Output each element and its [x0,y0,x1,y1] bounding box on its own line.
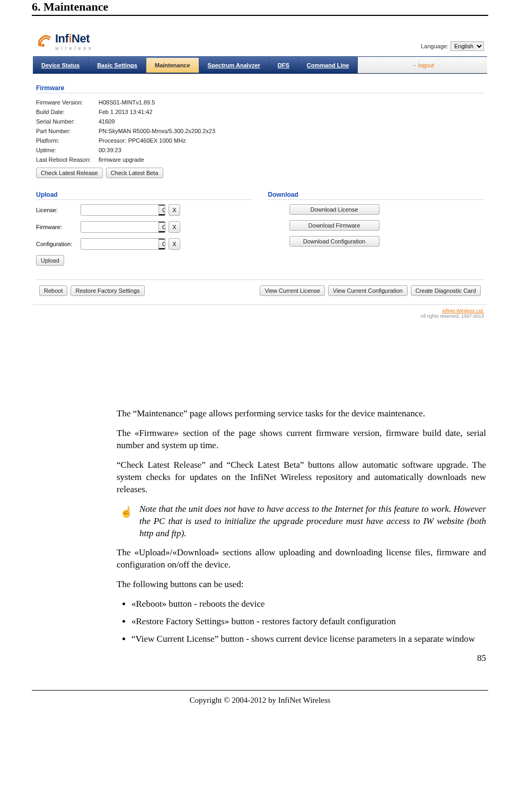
tab-dfs[interactable]: DFS [269,58,298,73]
license-clear-button[interactable]: X [169,204,180,216]
doc-li-reboot: «Reboot» button - reboots the device [131,598,486,610]
footer-copyright: All rights reserved, 1997-2013 [420,313,484,319]
tab-bar: Device Status Basic Settings Maintenance… [33,56,487,74]
create-diagnostic-button[interactable]: Create Diagnostic Card [411,285,481,296]
config-browse-button[interactable]: Обзор… [158,239,165,249]
firmware-section-title: Firmware [36,84,484,92]
config-clear-button[interactable]: X [169,238,180,250]
part-number-label: Part Number: [36,128,99,134]
language-select[interactable]: English [451,41,484,51]
license-file-input[interactable] [81,205,158,215]
doc-p3: “Check Latest Release” and “Check Latest… [117,459,486,496]
download-license-button[interactable]: Download License [289,204,380,215]
part-number-value: PN:SkyMAN R5000-Mmxs/5.300.2x200.2x23 [99,128,215,134]
logo: InfiNet wireless [36,32,94,51]
doc-li-view-license: “View Current License” button - shows cu… [131,633,486,645]
logo-brand: InfiNet [55,32,94,46]
platform-label: Platform: [36,137,99,144]
serial-value: 41609 [99,118,115,125]
license-upload-label: License: [36,207,77,213]
logo-icon [36,33,52,49]
logo-subtext: wireless [55,46,94,51]
uptime-value: 00:39:23 [99,147,121,153]
restore-factory-button[interactable]: Restore Factory Settings [70,285,144,296]
reboot-reason-value: firmware upgrade [99,156,144,163]
page-footer: Copyright © 2004-2012 by InfiNet Wireles… [32,690,488,721]
view-license-button[interactable]: View Current License [260,285,324,296]
firmware-file-input[interactable] [81,222,158,232]
view-configuration-button[interactable]: View Current Configuration [328,285,408,296]
screenshot-panel: InfiNet wireless Language: English Devic… [32,25,488,323]
download-configuration-button[interactable]: Download Configuration [289,236,380,247]
document-body: The “Maintenance” page allows performing… [117,408,486,663]
doc-p4: The «Upload»/«Download» sections allow u… [117,547,486,571]
note-hand-icon: ☝ [120,503,133,540]
check-latest-beta-button[interactable]: Check Latest Beta [106,168,163,178]
fw-version-value: H08S01-MINTv1.89.5 [99,99,155,106]
tab-command-line[interactable]: Command Line [298,58,358,73]
firmware-upload-label: Firmware: [36,224,77,230]
doc-p1: The “Maintenance” page allows performing… [117,408,486,420]
build-date-label: Build Date: [36,109,99,115]
check-latest-release-button[interactable]: Check Latest Release [36,168,103,178]
upload-button[interactable]: Upload [36,255,64,266]
build-date-value: Feb 1 2013 13:41:42 [99,109,153,115]
tab-spectrum-analyzer[interactable]: Spectrum Analyzer [199,58,269,73]
page-number: 85 [117,653,486,663]
doc-p2: The «Firmware» section of the page shows… [117,427,486,452]
serial-label: Serial Number: [36,118,99,125]
license-browse-button[interactable]: Обзор… [158,205,165,215]
download-firmware-button[interactable]: Download Firmware [289,220,380,231]
section-heading: 6. Maintenance [32,0,488,16]
fw-version-label: Firmware Version: [36,99,99,106]
firmware-clear-button[interactable]: X [169,221,180,233]
svg-point-0 [41,44,45,47]
platform-value: Processor: PPC460EX 1000 MHz [99,137,186,144]
tab-basic-settings[interactable]: Basic Settings [89,58,146,73]
config-file-input[interactable] [81,239,158,249]
download-section-title: Download [268,191,484,198]
doc-li-restore: «Restore Factory Settings» button - rest… [131,616,486,628]
uptime-label: Uptime: [36,147,99,153]
doc-note: Note that the unit does not have to have… [139,503,486,540]
language-label: Language: [421,43,448,49]
config-upload-label: Configuration: [36,241,77,247]
footer-vendor-link[interactable]: Infinet Wireless Ltd. [442,308,484,313]
doc-p5: The following buttons can be used: [117,579,486,591]
firmware-browse-button[interactable]: Обзор… [158,222,165,232]
tab-maintenance[interactable]: Maintenance [146,58,199,73]
logout-link[interactable]: logout [411,62,434,68]
tab-device-status[interactable]: Device Status [33,58,89,73]
reboot-reason-label: Last Reboot Reason: [36,156,99,163]
upload-section-title: Upload [36,191,252,198]
reboot-button[interactable]: Reboot [39,285,67,296]
